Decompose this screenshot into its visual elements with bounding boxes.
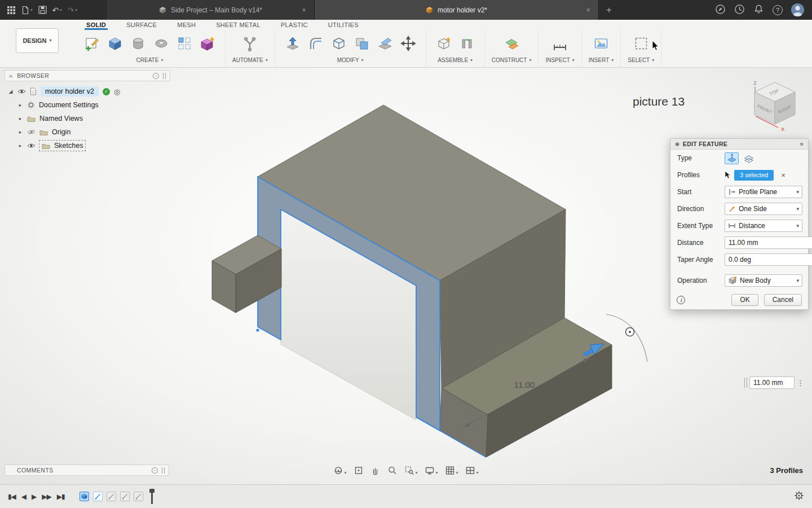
tree-item-sketches-editing[interactable]: Sketches: [39, 141, 85, 151]
timeline-playhead[interactable]: [151, 489, 153, 504]
pattern-icon[interactable]: [174, 32, 195, 55]
operation-dropdown[interactable]: New Body ▾: [725, 274, 802, 287]
group-label-automate[interactable]: AUTOMATE▾: [232, 57, 268, 63]
orbit-tool-icon[interactable]: ▾: [333, 466, 346, 475]
pan-tool-icon[interactable]: [370, 466, 380, 475]
dialog-collapse-icon[interactable]: »: [800, 141, 804, 147]
dimension-value[interactable]: 11.00: [514, 380, 535, 389]
collapse-panel-icon[interactable]: «: [9, 73, 12, 79]
expand-caret-icon[interactable]: ▸: [17, 143, 23, 148]
expand-caret-icon[interactable]: ▸: [17, 129, 23, 135]
measure-icon[interactable]: [549, 32, 571, 55]
redo-caret-icon[interactable]: ▾: [76, 8, 78, 12]
timeline-play-button[interactable]: ▶: [32, 493, 36, 501]
tree-row-sketches[interactable]: ▸ Sketches: [8, 139, 170, 152]
combine-icon[interactable]: [351, 32, 373, 55]
document-tab-motor-holder[interactable]: motor holder v2* ×: [315, 0, 599, 20]
timeline-step-back-button[interactable]: ◀: [21, 493, 26, 501]
comments-header[interactable]: COMMENTS –: [5, 465, 169, 476]
fillet-icon[interactable]: [305, 32, 326, 55]
tab-sheet-metal[interactable]: SHEET METAL: [214, 20, 262, 30]
tree-row-named-views[interactable]: ▸ Named Views: [8, 112, 170, 125]
construct-plane-icon[interactable]: [501, 32, 522, 55]
tree-row-origin[interactable]: ▸ Origin: [8, 125, 170, 139]
joint-icon[interactable]: [456, 32, 478, 55]
profiles-selected-badge[interactable]: 3 selected: [734, 170, 774, 181]
look-at-tool-icon[interactable]: [354, 466, 363, 475]
user-avatar[interactable]: [791, 3, 804, 16]
timeline-feature-sketch-1[interactable]: [93, 492, 103, 501]
visibility-off-eye-icon[interactable]: [27, 129, 36, 135]
undo-button[interactable]: ↶ ▾: [52, 6, 62, 14]
timeline-skip-end-button[interactable]: ▶▮: [57, 493, 65, 501]
ok-button[interactable]: OK: [731, 294, 758, 306]
timeline-feature-sketch-3[interactable]: [120, 492, 130, 501]
dialog-header[interactable]: ◉ EDIT FEATURE »: [670, 139, 808, 150]
undo-caret-icon[interactable]: ▾: [60, 8, 62, 12]
timeline-feature-extrude-selected[interactable]: [80, 492, 89, 501]
rotate-manipulator[interactable]: [606, 314, 647, 362]
grid-settings-icon[interactable]: ▾: [445, 466, 458, 475]
move-icon[interactable]: [398, 32, 419, 55]
form-icon[interactable]: [197, 32, 218, 55]
zoom-tool-icon[interactable]: [387, 466, 397, 475]
app-grid-icon[interactable]: [7, 6, 16, 15]
group-label-inspect[interactable]: INSPECT▾: [545, 57, 574, 63]
tab-mesh[interactable]: MESH: [175, 20, 197, 30]
direction-dropdown[interactable]: One Side ▾: [725, 203, 802, 215]
create-sketch-icon[interactable]: [81, 32, 103, 55]
distance-input[interactable]: [725, 237, 812, 249]
extrude-distance-inline-input[interactable]: [749, 376, 795, 389]
viewports-icon[interactable]: ▾: [466, 466, 479, 475]
document-tab-side-project[interactable]: Side Project – Main Body v14* ×: [107, 0, 315, 20]
select-tool-icon[interactable]: [630, 32, 652, 55]
workspace-selector[interactable]: DESIGN ▾: [16, 28, 59, 53]
panel-grip-icon[interactable]: [163, 73, 166, 79]
expand-caret-icon[interactable]: ◢: [8, 89, 14, 94]
new-document-tab-button[interactable]: +: [599, 0, 619, 20]
insert-image-icon[interactable]: [590, 32, 612, 55]
recent-clock-icon[interactable]: [734, 4, 745, 16]
tree-row-document-settings[interactable]: ▸ Document Settings: [8, 98, 170, 112]
timeline-skip-start-button[interactable]: ▮◀: [8, 493, 16, 501]
group-label-modify[interactable]: MODIFY▾: [337, 57, 364, 63]
extrude-icon[interactable]: [104, 32, 126, 55]
start-dropdown[interactable]: Profile Plane ▾: [725, 186, 802, 198]
zoom-window-tool-icon[interactable]: ▾: [404, 466, 417, 475]
visibility-eye-icon[interactable]: [27, 143, 36, 148]
group-label-select[interactable]: SELECT▾: [628, 57, 654, 63]
canvas-text-annotation[interactable]: picture 13: [633, 95, 685, 108]
cancel-button[interactable]: Cancel: [764, 294, 802, 306]
timeline-step-forward-button[interactable]: ▶▶: [42, 493, 51, 501]
press-pull-icon[interactable]: [282, 32, 303, 55]
extent-type-dropdown[interactable]: Distance ▾: [725, 220, 802, 232]
close-tab-icon[interactable]: ×: [299, 6, 308, 15]
file-menu-icon[interactable]: ▾: [21, 6, 33, 15]
timeline-feature-sketch-4[interactable]: [134, 492, 143, 501]
redo-button[interactable]: ↷ ▾: [68, 6, 77, 14]
activate-component-icon[interactable]: ◎: [114, 88, 120, 95]
value-box-handle-icon[interactable]: ⋮: [797, 379, 804, 387]
extensions-compass-icon[interactable]: [715, 4, 726, 16]
notifications-bell-icon[interactable]: [753, 4, 764, 16]
tab-utilities[interactable]: UTILITIES: [326, 20, 360, 30]
panel-grip-icon[interactable]: [162, 467, 165, 474]
group-label-construct[interactable]: CONSTRUCT▾: [492, 57, 532, 63]
timeline-settings-gear-icon[interactable]: [794, 491, 804, 502]
tab-plastic[interactable]: PLASTIC: [279, 20, 310, 30]
close-tab-icon[interactable]: ×: [584, 6, 593, 15]
tab-surface[interactable]: SURFACE: [125, 20, 158, 30]
display-settings-icon[interactable]: ▾: [425, 466, 438, 475]
group-label-insert[interactable]: INSERT▾: [589, 57, 614, 63]
split-body-icon[interactable]: [374, 32, 396, 55]
type-extrude-button[interactable]: [725, 152, 739, 164]
timeline-feature-sketch-2[interactable]: [107, 492, 116, 501]
cylinder-icon[interactable]: [127, 32, 149, 55]
value-box-grip-icon[interactable]: [744, 378, 747, 388]
view-cube[interactable]: Z TOP FRONT RIGHT X: [747, 77, 803, 135]
browser-header[interactable]: « BROWSER –: [5, 70, 170, 81]
expand-caret-icon[interactable]: ▸: [17, 116, 23, 121]
info-icon[interactable]: i: [677, 296, 685, 304]
visibility-eye-icon[interactable]: [17, 89, 26, 94]
group-label-create[interactable]: CREATE▾: [136, 57, 164, 63]
